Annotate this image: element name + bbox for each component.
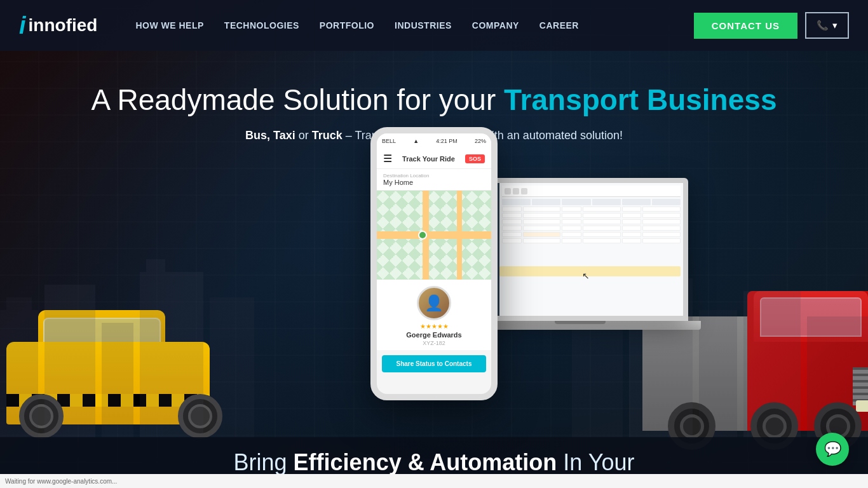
chat-bubble-button[interactable]: 💬: [816, 433, 849, 466]
bottom-text-prefix: Bring: [234, 449, 294, 475]
laptop-cell-2-6: [642, 213, 681, 218]
laptop-table-row-3: [502, 219, 681, 224]
subtitle-bus-taxi: Bus, Taxi: [245, 129, 295, 142]
navbar: i innofied HOW WE HELP TECHNOLOGIES PORT…: [0, 0, 868, 51]
svg-rect-10: [743, 291, 801, 437]
phone-destination: Destination Location My Home: [377, 169, 491, 191]
laptop-cell-1-2: [523, 207, 561, 212]
hamburger-icon: ☰: [383, 152, 392, 165]
svg-rect-0: [0, 310, 38, 437]
hero-title-prefix: A Readymade Solution for your: [92, 83, 504, 116]
phone-map: [377, 191, 491, 280]
nav-how-we-help[interactable]: HOW WE HELP: [135, 20, 203, 30]
phone-map-road-vertical-2: [457, 191, 462, 280]
laptop-cell-1-6: [642, 207, 681, 212]
laptop-cell-2-5: [622, 213, 642, 218]
phone-driver-rating: ★★★★★: [420, 323, 449, 330]
phone-time: 4:21 PM: [436, 138, 458, 144]
nav-links: HOW WE HELP TECHNOLOGIES PORTFOLIO INDUS…: [135, 20, 693, 30]
laptop-table-row-4: [502, 226, 681, 231]
laptop-table-row-2: [502, 213, 681, 218]
phone-icon: 📞: [817, 20, 829, 31]
nav-company[interactable]: COMPANY: [472, 20, 519, 30]
phone-driver-avatar: 👤: [417, 286, 451, 320]
chat-icon: 💬: [824, 441, 841, 458]
nav-portfolio[interactable]: PORTFOLIO: [320, 20, 374, 30]
phone-driver-name: Goerge Edwards: [406, 331, 461, 339]
laptop-toolbar-item-2: [513, 188, 519, 194]
laptop-highlighted-row: [499, 266, 681, 276]
laptop-table-header: [502, 199, 681, 205]
logo-text: innofied: [29, 15, 98, 36]
logo[interactable]: i innofied: [19, 13, 97, 37]
laptop-toolbar-item-1: [505, 188, 511, 194]
bottom-text-bold: Efficiency & Automation: [294, 449, 557, 475]
phone-map-location-dot: [418, 231, 427, 240]
phone-button[interactable]: 📞 ▾: [805, 12, 849, 39]
laptop-cell-2-3: [562, 213, 581, 218]
svg-rect-5: [146, 259, 165, 278]
hero-title: A Readymade Solution for your Transport …: [0, 83, 868, 118]
hero-title-accent: Transport Business: [504, 83, 776, 116]
bottom-text: Bring Efficiency & Automation In Your: [234, 449, 635, 476]
laptop-table-row-1: [502, 207, 681, 212]
phone-driver-profile: 👤 ★★★★★ Goerge Edwards XYZ-182: [377, 280, 491, 350]
status-bar-text: Waiting for www.google-analytics.com...: [5, 478, 117, 485]
contact-us-button[interactable]: CONTACT US: [694, 13, 797, 39]
subtitle-truck: Truck: [312, 129, 342, 142]
phone-mockup: BELL ▲ 4:21 PM 22% ☰ Track Your Ride SOS…: [370, 127, 498, 400]
laptop-header-cell-3: [562, 199, 590, 205]
status-bar: Waiting for www.google-analytics.com...: [0, 474, 868, 488]
subtitle-or: or: [295, 129, 312, 142]
phone-dest-value: My Home: [383, 179, 485, 186]
hero-section: i innofied HOW WE HELP TECHNOLOGIES PORT…: [0, 0, 868, 488]
laptop-header-cell-5: [622, 199, 651, 205]
laptop-header-cell-4: [592, 199, 621, 205]
phone-share-button[interactable]: Share Status to Contacts: [382, 355, 486, 372]
phone-battery: 22%: [475, 138, 486, 144]
laptop-table-row-6: [502, 238, 681, 243]
phone-status-bar: BELL ▲ 4:21 PM 22%: [377, 133, 491, 149]
phone-header-title: Track Your Ride: [402, 155, 455, 163]
laptop-cell-2-2: [523, 213, 561, 218]
phone-header: ☰ Track Your Ride SOS: [377, 149, 491, 169]
nav-actions: CONTACT US 📞 ▾: [694, 12, 849, 39]
nav-career[interactable]: CAREER: [539, 20, 579, 30]
laptop-cell-2-4: [583, 213, 621, 218]
laptop-cell-2-1: [502, 213, 522, 218]
laptop-cell-1-4: [583, 207, 621, 212]
bottom-text-suffix: In Your: [557, 449, 634, 475]
laptop-header-cell-1: [502, 199, 531, 205]
svg-rect-11: [807, 316, 868, 437]
laptop-cursor: ↖: [582, 271, 590, 281]
laptop-cell-1-3: [562, 207, 581, 212]
svg-rect-1: [6, 297, 32, 323]
chevron-down-icon: ▾: [832, 20, 837, 31]
laptop-base-notch: [555, 321, 606, 324]
laptop-header-cell-2: [532, 199, 560, 205]
laptop-toolbar: [502, 186, 681, 197]
phone-map-road-horizontal: [377, 231, 491, 239]
phone-sos-button[interactable]: SOS: [465, 154, 485, 163]
laptop-header-cell-6: [652, 199, 681, 205]
phone-dest-label: Destination Location: [383, 173, 485, 179]
laptop-table-row-5: [502, 232, 681, 237]
logo-icon: i: [19, 13, 26, 37]
laptop-toolbar-item-3: [521, 188, 527, 194]
svg-rect-4: [140, 272, 203, 437]
laptop-main-content: ↖: [499, 183, 683, 316]
laptop-cell-1-5: [622, 207, 642, 212]
nav-industries[interactable]: INDUSTRIES: [395, 20, 452, 30]
nav-technologies[interactable]: TECHNOLOGIES: [224, 20, 299, 30]
phone-carrier: BELL: [382, 138, 396, 144]
svg-rect-3: [102, 323, 133, 437]
phone-driver-id: XYZ-182: [423, 340, 445, 346]
svg-rect-9: [699, 310, 737, 437]
laptop-cell-1-1: [502, 207, 522, 212]
svg-rect-2: [44, 285, 95, 437]
phone-wifi-icon: ▲: [413, 138, 419, 144]
svg-rect-6: [210, 297, 254, 437]
